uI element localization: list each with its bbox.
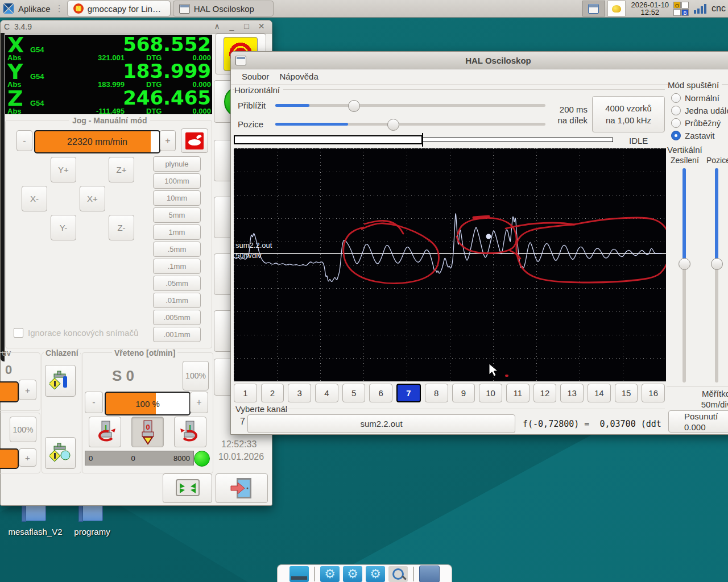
samples-button[interactable]: 4000 vzorků na 1,00 kHz: [592, 96, 665, 132]
offset-button[interactable]: Posunutí 0.000: [668, 410, 728, 433]
jog-increment-button[interactable]: 5mm: [153, 207, 201, 223]
keyboard-layout-indicator[interactable]: O B: [673, 2, 689, 16]
spindle-frame-label: Vřeteno [ot/min]: [112, 348, 177, 357]
trigger-option[interactable]: Jedna událost: [671, 104, 728, 117]
maximize-button[interactable]: □: [242, 22, 251, 31]
shade-button[interactable]: ∧: [212, 22, 222, 31]
capture-status: IDLE: [629, 136, 648, 146]
feed-plus-button[interactable]: +: [160, 130, 176, 151]
vpos-slider[interactable]: [715, 168, 718, 383]
channel-button[interactable]: 15: [615, 384, 638, 402]
feed-override-bar[interactable]: [0, 381, 19, 402]
channel-button[interactable]: 5: [342, 384, 366, 402]
channel-button[interactable]: 14: [588, 384, 611, 402]
channel-button[interactable]: 4: [315, 384, 338, 402]
abs-value: -111.495: [79, 107, 125, 115]
jog-y-minus-button[interactable]: Y-: [51, 215, 76, 240]
settings-icon[interactable]: ⚙: [343, 566, 362, 582]
jog-increment-button[interactable]: .5mm: [153, 242, 201, 257]
search-icon[interactable]: [388, 566, 408, 582]
jog-increment-button[interactable]: .1mm: [153, 259, 201, 274]
gain-slider[interactable]: [682, 168, 686, 383]
applications-menu[interactable]: Aplikace: [18, 4, 51, 14]
limit-override-checkbox[interactable]: [14, 328, 23, 338]
minimize-button[interactable]: _: [227, 22, 237, 31]
spindle-override-slider[interactable]: 100 %: [105, 392, 191, 415]
halscope-titlebar[interactable]: HAL Osciloskop: [231, 52, 728, 69]
channel-button[interactable]: 6: [369, 384, 392, 402]
zoom-slider[interactable]: [275, 104, 545, 107]
channel-button[interactable]: 7: [396, 384, 421, 402]
jog-x-minus-button[interactable]: X-: [22, 186, 47, 211]
tray-mascot-icon[interactable]: [607, 1, 626, 16]
network-signal-icon[interactable]: [693, 3, 708, 14]
rapid-override-bar[interactable]: [0, 448, 19, 469]
channel-button[interactable]: 12: [533, 384, 557, 402]
rapid-percent-button[interactable]: 100%: [10, 417, 36, 442]
flood-coolant-button[interactable]: [45, 365, 76, 397]
channel-button[interactable]: 11: [506, 384, 530, 402]
channel-button[interactable]: 10: [479, 384, 502, 402]
channel-button[interactable]: 3: [288, 384, 311, 402]
screen: { "panel": { "applications": "Aplikace",…: [0, 0, 728, 582]
channel-pin-button[interactable]: sum2.2.out: [247, 414, 515, 433]
spindle-speed-bar: 0 0 8000: [85, 451, 194, 465]
flood-icon: [49, 369, 71, 392]
desktop-icon-label: programy: [58, 527, 126, 537]
jog-increment-button[interactable]: .005mm: [153, 310, 201, 325]
jog-increment-button[interactable]: .01mm: [153, 293, 201, 308]
settings-icon[interactable]: ⚙: [320, 566, 340, 582]
jog-increment-button[interactable]: .05mm: [153, 276, 201, 291]
coord-system: G54: [30, 99, 44, 107]
settings-icon[interactable]: ⚙: [366, 566, 385, 582]
spindle-percent-button[interactable]: 100%: [183, 361, 209, 390]
desktop-icon-programy[interactable]: programy: [58, 505, 126, 537]
close-button[interactable]: ✕: [257, 22, 266, 31]
jog-y-plus-button[interactable]: Y+: [51, 157, 76, 182]
jog-increment-button[interactable]: plynule: [153, 156, 201, 172]
jog-increment-button[interactable]: 10mm: [153, 190, 201, 206]
channel-button[interactable]: 13: [560, 384, 584, 402]
rabbit-speed-button[interactable]: [181, 128, 208, 153]
spindle-ccw-button[interactable]: I: [89, 417, 121, 447]
spindle-cw-button[interactable]: I: [174, 417, 206, 447]
radio-icon: [671, 118, 681, 128]
trigger-option[interactable]: Průběžný: [671, 117, 728, 129]
limit-override-label: Ignorace koncových snímačů: [28, 328, 138, 338]
mist-coolant-button[interactable]: [45, 437, 76, 469]
rapid-override-plus[interactable]: +: [19, 448, 36, 467]
jog-increment-button[interactable]: .001mm: [153, 327, 201, 342]
files-icon[interactable]: [419, 566, 440, 582]
terminal-icon[interactable]: [289, 566, 309, 582]
halscope-menubar: Soubor Nápověda: [231, 69, 728, 85]
panel-clock[interactable]: 2026-01-10 12:52: [631, 1, 669, 16]
channel-button[interactable]: 2: [261, 384, 284, 402]
menu-napoveda[interactable]: Nápověda: [274, 69, 323, 84]
taskbar-gmoccapy[interactable]: N gmoccapy for LinuxCNC...: [67, 1, 171, 16]
feed-minus-button[interactable]: -: [16, 130, 32, 151]
exit-button[interactable]: [216, 473, 268, 503]
tray-display-icon[interactable]: [582, 1, 605, 16]
trigger-option[interactable]: Zastavit: [671, 129, 728, 142]
jog-increment-button[interactable]: 100mm: [153, 173, 201, 189]
position-slider[interactable]: [275, 123, 545, 126]
channel-button[interactable]: 9: [452, 384, 475, 402]
trigger-option[interactable]: Normální: [671, 92, 728, 104]
channel-button[interactable]: 8: [425, 384, 448, 402]
spindle-minus-button[interactable]: -: [85, 392, 103, 413]
jog-z-minus-button[interactable]: Z-: [109, 215, 134, 240]
jog-x-plus-button[interactable]: X+: [80, 186, 105, 211]
spindle-plus-button[interactable]: +: [190, 392, 208, 413]
jog-z-plus-button[interactable]: Z+: [109, 157, 134, 182]
scope-display[interactable]: sum2.2.out 50m/div: [234, 148, 666, 381]
channel-button[interactable]: 16: [642, 384, 665, 402]
channel-button[interactable]: 1: [234, 384, 257, 402]
jog-increment-button[interactable]: 1mm: [153, 225, 201, 240]
jog-velocity-slider[interactable]: 22320 mm/min: [34, 130, 160, 153]
spindle-stop-button[interactable]: 0: [131, 417, 164, 447]
menu-soubor[interactable]: Soubor: [237, 69, 274, 84]
feed-override-plus[interactable]: +: [19, 380, 36, 400]
abs-value: 321.001: [79, 53, 125, 62]
taskbar-halscope[interactable]: HAL Osciloskop: [173, 1, 274, 16]
fullscreen-button[interactable]: [163, 473, 212, 503]
